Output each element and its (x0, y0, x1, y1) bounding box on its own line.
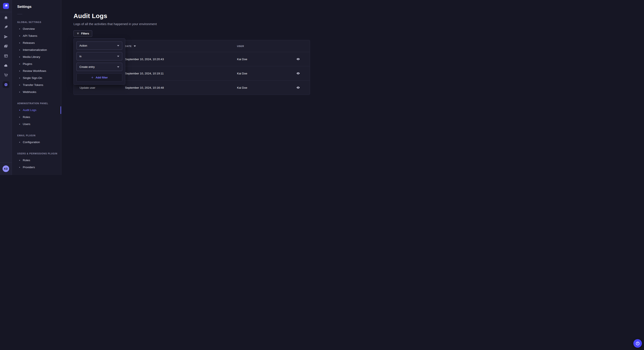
nav-item-label: API Tokens (23, 34, 37, 37)
view-details-button[interactable] (296, 71, 301, 76)
bullet-icon (19, 28, 20, 29)
sidebar-nav-item[interactable]: Media Library (12, 53, 61, 60)
main-nav-rail: KD (0, 0, 12, 175)
paper-plane-icon (4, 35, 8, 39)
nav-item-label: Overview (23, 27, 35, 30)
cart-icon (4, 73, 8, 77)
sidebar-nav-item[interactable]: Releases (12, 39, 61, 46)
bullet-icon (19, 167, 20, 168)
feather-icon (4, 25, 8, 29)
sidebar-nav-item[interactable]: Providers (12, 164, 61, 171)
filter-value-value: Create entry (80, 65, 95, 68)
nav-item-label: Transfer Tokens (23, 83, 43, 87)
nav-section-global-settings: GLOBAL SETTINGS Overview API Tokens Rele… (12, 21, 61, 95)
nav-item-label: Webhooks (23, 90, 36, 94)
bullet-icon (19, 57, 20, 57)
nav-releases[interactable] (4, 34, 8, 39)
nav-item-label: Media Library (23, 55, 40, 58)
cell-actions (286, 85, 310, 90)
cell-date: September 10, 2024, 10:19:11 (119, 72, 231, 75)
add-filter-label: Add filter (96, 76, 108, 79)
bullet-icon (19, 64, 20, 64)
rail-icon-nav (2, 15, 9, 87)
sidebar-nav-item[interactable]: Roles (12, 114, 61, 121)
nav-item-label: Single Sign-On (23, 76, 42, 80)
rail-bottom: KD (0, 163, 12, 175)
filter-operator-select[interactable]: is (76, 52, 122, 60)
cell-user: Kai Doe (231, 72, 286, 75)
eye-icon (296, 86, 300, 90)
section-label: USERS & PERMISSIONS PLUGIN (17, 152, 61, 155)
home-icon (4, 15, 8, 20)
nav-item-list: Audit Logs Roles Users (12, 107, 61, 128)
filters-button-label: Filters (81, 32, 89, 35)
main-content: Audit Logs Logs of all the activities th… (61, 0, 322, 175)
column-header-date[interactable]: DATE (119, 45, 231, 47)
sidebar-nav-item[interactable]: Transfer Tokens (12, 81, 61, 88)
cell-user: Kai Doe (231, 58, 286, 61)
nav-item-label: Plugins (23, 62, 32, 65)
view-details-button[interactable] (296, 85, 301, 90)
page-header: Audit Logs Logs of all the activities th… (74, 12, 310, 26)
sidebar-nav-item[interactable]: Plugins (12, 60, 61, 67)
sidebar-nav-item[interactable]: Audit Logs (12, 107, 61, 114)
nav-settings[interactable] (2, 81, 9, 88)
sidebar-nav-item[interactable]: Overview (12, 25, 61, 32)
column-header-label: USER (237, 45, 244, 47)
strapi-admin-app: KD Settings GLOBAL SETTINGS Overview API… (0, 0, 322, 175)
nav-content-manager[interactable] (4, 25, 8, 30)
nav-item-label: Roles (23, 159, 30, 162)
cell-date: September 10, 2024, 10:20:43 (119, 58, 231, 61)
section-label: ADMINISTRATION PANEL (17, 102, 61, 105)
bullet-icon (19, 85, 20, 85)
eye-icon (296, 71, 300, 75)
filter-field-value: Action (80, 44, 87, 47)
sidebar-nav-item[interactable]: Webhooks (12, 88, 61, 95)
page-title: Audit Logs (74, 12, 310, 19)
nav-content-type-builder[interactable] (4, 53, 8, 58)
filter-value-select[interactable]: Create entry (76, 63, 122, 71)
bullet-icon (19, 142, 20, 143)
strapi-logo[interactable] (0, 0, 12, 12)
cell-date: September 10, 2024, 10:16:48 (119, 86, 231, 89)
sidebar-nav-item[interactable]: Review Workflows (12, 67, 61, 74)
nav-media-library[interactable] (4, 44, 8, 49)
filters-button[interactable]: Filters (74, 30, 92, 37)
column-header-user[interactable]: USER (231, 45, 286, 47)
cloud-icon (4, 63, 8, 68)
sidebar-nav-item[interactable]: Internationalization (12, 46, 61, 53)
bullet-icon (19, 117, 20, 118)
bullet-icon (19, 35, 20, 36)
chevron-down-icon (117, 66, 119, 68)
view-details-button[interactable] (296, 56, 301, 62)
divider (0, 163, 12, 163)
sidebar-nav-item[interactable]: Single Sign-On (12, 74, 61, 81)
add-filter-button[interactable]: Add filter (76, 73, 122, 82)
nav-item-list: Overview API Tokens Releases Internation… (12, 25, 61, 95)
bullet-icon (19, 42, 20, 43)
page-subtitle: Logs of all the activities that happened… (74, 22, 310, 26)
sidebar-nav-item[interactable]: Configuration (12, 139, 61, 146)
strapi-logo-icon (3, 3, 9, 9)
nav-item-list: Roles Providers (12, 157, 61, 171)
sidebar-nav-item[interactable]: Users (12, 121, 61, 128)
user-avatar[interactable]: KD (2, 166, 9, 172)
cell-user: Kai Doe (231, 86, 286, 89)
nav-marketplace[interactable] (4, 72, 8, 78)
nav-item-label: Review Workflows (23, 69, 46, 72)
chevron-down-icon (117, 56, 119, 57)
section-label: EMAIL PLUGIN (17, 134, 61, 137)
sidebar-nav-item[interactable]: API Tokens (12, 32, 61, 39)
bullet-icon (19, 78, 20, 78)
bullet-icon (19, 124, 20, 125)
nav-item-label: Configuration (23, 141, 40, 144)
gear-icon (4, 82, 8, 87)
nav-deploy[interactable] (4, 63, 8, 68)
bullet-icon (19, 110, 20, 111)
bullet-icon (19, 160, 20, 161)
filter-field-select[interactable]: Action (76, 41, 122, 50)
nav-section-administration-panel: ADMINISTRATION PANEL Audit Logs Roles Us… (12, 102, 61, 128)
nav-section-email-plugin: EMAIL PLUGIN Configuration (12, 134, 61, 146)
nav-home[interactable] (4, 15, 8, 20)
sidebar-nav-item[interactable]: Roles (12, 157, 61, 164)
